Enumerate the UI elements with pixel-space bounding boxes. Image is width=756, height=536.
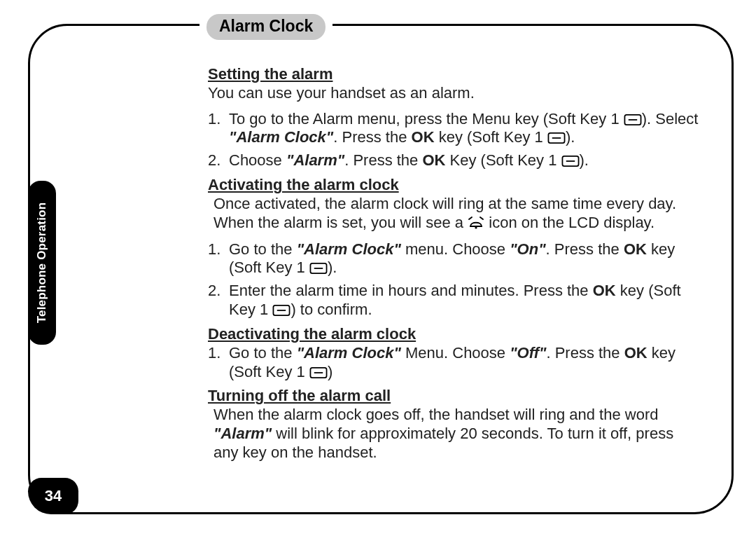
section-tab-label: Telephone Operation bbox=[35, 202, 49, 324]
step-text: Go to the "Alarm Clock" Menu. Choose "Of… bbox=[229, 344, 676, 380]
setting-intro: You can use your handset as an alarm. bbox=[208, 84, 701, 103]
subheading-deactivating: Deactivating the alarm clock bbox=[208, 325, 701, 344]
subheading-setting: Setting the alarm bbox=[208, 65, 701, 84]
list-item: 1. Go to the "Alarm Clock" Menu. Choose … bbox=[208, 344, 701, 382]
list-item: 2. Choose "Alarm". Press the OK Key (Sof… bbox=[208, 151, 701, 170]
section-heading: Alarm Clock bbox=[206, 14, 326, 40]
page-number: 34 bbox=[45, 487, 62, 505]
softkey-icon bbox=[561, 156, 580, 167]
list-item: 2. Enter the alarm time in hours and min… bbox=[208, 282, 701, 319]
subheading-turning-off: Turning off the alarm call bbox=[208, 387, 701, 406]
softkey-icon bbox=[624, 114, 642, 125]
step-text: Choose "Alarm". Press the OK Key (Soft K… bbox=[229, 151, 589, 169]
softkey-icon bbox=[272, 305, 290, 316]
page-number-badge: 34 bbox=[28, 478, 78, 514]
step-number: 1. bbox=[208, 240, 220, 259]
deactivating-steps: 1. Go to the "Alarm Clock" Menu. Choose … bbox=[208, 344, 701, 382]
list-item: 1. Go to the "Alarm Clock" menu. Choose … bbox=[208, 240, 701, 278]
turning-off-paragraph: When the alarm clock goes off, the hands… bbox=[214, 406, 701, 462]
step-text: Enter the alarm time in hours and minute… bbox=[229, 282, 681, 318]
softkey-icon bbox=[309, 367, 328, 378]
section-heading-wrap: Alarm Clock bbox=[200, 14, 332, 40]
activating-steps: 1. Go to the "Alarm Clock" menu. Choose … bbox=[208, 240, 701, 319]
softkey-icon bbox=[309, 263, 328, 274]
softkey-icon bbox=[547, 132, 566, 144]
step-text: Go to the "Alarm Clock" menu. Choose "On… bbox=[229, 240, 675, 277]
step-number: 1. bbox=[208, 344, 220, 363]
step-number: 1. bbox=[208, 110, 220, 129]
section-tab: Telephone Operation bbox=[28, 181, 56, 345]
content-area: Setting the alarm You can use your hands… bbox=[208, 61, 701, 468]
alarm-icon bbox=[468, 216, 484, 235]
setting-steps: 1. To go to the Alarm menu, press the Me… bbox=[208, 110, 701, 170]
list-item: 1. To go to the Alarm menu, press the Me… bbox=[208, 110, 701, 148]
step-number: 2. bbox=[208, 282, 220, 301]
subheading-activating: Activating the alarm clock bbox=[208, 176, 701, 195]
step-number: 2. bbox=[208, 151, 220, 170]
step-text: To go to the Alarm menu, press the Menu … bbox=[229, 110, 698, 146]
activating-paragraph: Once activated, the alarm clock will rin… bbox=[214, 195, 701, 235]
manual-page: Telephone Operation 34 Alarm Clock Setti… bbox=[28, 24, 734, 514]
